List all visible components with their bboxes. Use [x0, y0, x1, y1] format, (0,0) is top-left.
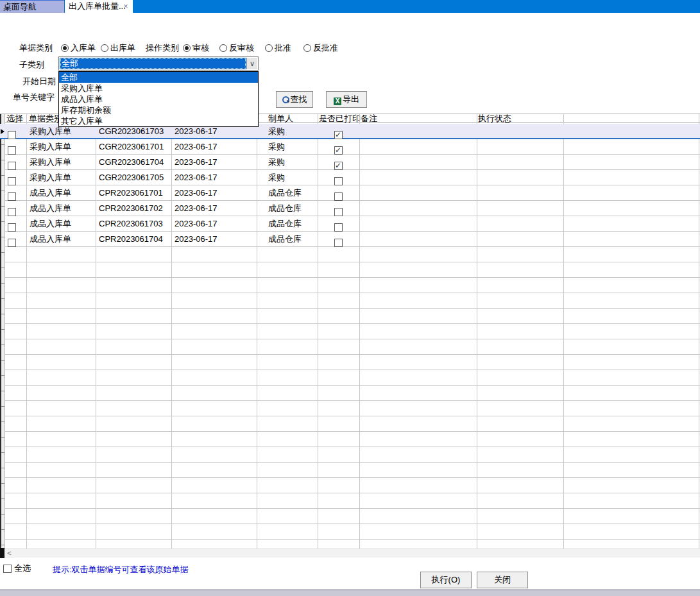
cell-doc-no[interactable]: CPR2023061703 [99, 216, 163, 232]
dropdown-option[interactable]: 采购入库单 [59, 83, 258, 94]
doc-category-label: 单据类别 [19, 42, 53, 54]
cell-doc-no[interactable]: CGR2023061701 [99, 139, 164, 155]
radio-audit-icon [183, 44, 191, 52]
header-status[interactable]: 执行状态 [478, 114, 511, 123]
table-row[interactable]: 采购入库单 CGR2023061701 2023-06-17 采购 [0, 139, 700, 155]
header-creator[interactable]: 制单人 [268, 114, 293, 123]
printed-checkbox [334, 177, 343, 185]
cell-doc-date: 2023-06-17 [175, 185, 218, 201]
header-doc-type[interactable]: 单据类别 [29, 114, 62, 123]
table-row[interactable]: 成品入库单 CPR2023061703 2023-06-17 成品仓库 [0, 216, 700, 232]
cell-creator: 采购 [268, 124, 285, 139]
cell-doc-date: 2023-06-17 [175, 170, 218, 185]
select-all-checkbox[interactable] [3, 565, 12, 573]
table-row[interactable]: 采购入库单 CGR2023061704 2023-06-17 采购 [0, 155, 700, 170]
row-select-checkbox[interactable] [8, 192, 16, 201]
radio-inbound[interactable]: 入库单 [61, 42, 96, 54]
cell-doc-date: 2023-06-17 [175, 139, 218, 155]
printed-checkbox [334, 208, 343, 216]
subcategory-combobox[interactable]: 全部 ∨ [58, 56, 259, 71]
row-select-checkbox[interactable] [8, 131, 16, 139]
row-select-checkbox[interactable] [8, 162, 16, 170]
dropdown-option[interactable]: 成品入库单 [59, 94, 258, 105]
cell-doc-type: 成品入库单 [30, 232, 71, 247]
table-row[interactable]: 成品入库单 CPR2023061702 2023-06-17 成品仓库 [0, 201, 700, 216]
table-row[interactable]: 成品入库单 CPR2023061701 2023-06-17 成品仓库 [0, 185, 700, 201]
current-row-arrow-icon [1, 129, 4, 134]
cell-creator: 采购 [268, 170, 285, 185]
dropdown-option[interactable]: 库存期初余额 [59, 105, 258, 115]
dropdown-option[interactable]: 其它入库单 [59, 115, 258, 126]
radio-outbound[interactable]: 出库单 [101, 42, 135, 54]
select-all-label: 全选 [14, 563, 31, 573]
tab-batch-audit-label: 出入库单批量... [69, 1, 126, 11]
cell-doc-type: 成品入库单 [30, 201, 71, 216]
radio-unaudit[interactable]: 反审核 [219, 42, 254, 54]
cell-creator: 采购 [268, 139, 285, 155]
subcategory-label: 子类别 [19, 59, 44, 71]
scroll-left-icon[interactable]: < [4, 549, 14, 558]
document-grid: 选择 单据类别 制单人 是否已打印 备注 执行状态 采购入库单 CGR20230… [0, 114, 700, 558]
tab-desktop-nav-label: 桌面导航 [3, 2, 37, 12]
tab-batch-audit[interactable]: 出入库单批量... × [65, 0, 133, 13]
row-select-checkbox[interactable] [8, 146, 16, 155]
close-button[interactable]: 关闭 [477, 572, 528, 588]
row-select-checkbox[interactable] [8, 208, 16, 216]
table-row[interactable]: 采购入库单 CGR2023061705 2023-06-17 采购 [0, 170, 700, 185]
cell-creator: 采购 [268, 155, 285, 170]
cell-doc-date: 2023-06-17 [175, 155, 218, 170]
tab-close-icon[interactable]: × [121, 0, 130, 13]
cell-doc-no[interactable]: CGR2023061705 [99, 170, 164, 185]
batch-audit-window: { "tabs": { "desktop_nav": "桌面导航", "acti… [0, 0, 700, 596]
table-row[interactable]: 成品入库单 CPR2023061704 2023-06-17 成品仓库 [0, 232, 700, 247]
start-date-label: 开始日期 [22, 76, 56, 87]
scrollbar-corner-block [0, 548, 4, 558]
cell-doc-no[interactable]: CPR2023061704 [99, 232, 163, 247]
cell-doc-no[interactable]: CGR2023061704 [99, 155, 164, 170]
chevron-down-icon[interactable]: ∨ [246, 58, 257, 69]
horizontal-scrollbar[interactable]: < [0, 549, 700, 558]
header-note[interactable]: 备注 [361, 114, 377, 123]
cell-doc-date: 2023-06-17 [175, 232, 218, 247]
op-category-label: 操作类别 [146, 42, 179, 54]
tab-desktop-nav[interactable]: 桌面导航 [0, 0, 64, 13]
grid-body: 采购入库单 CGR2023061703 2023-06-17 采购 采购入库单 … [0, 124, 700, 549]
radio-unapprove-icon [303, 44, 311, 52]
select-all-control[interactable]: 全选 [3, 563, 31, 574]
radio-inbound-icon [61, 44, 69, 52]
printed-checkbox [334, 192, 343, 201]
cell-doc-type: 采购入库单 [30, 155, 71, 170]
cell-doc-type: 成品入库单 [30, 185, 71, 201]
printed-checkbox [334, 146, 343, 155]
printed-checkbox [334, 239, 343, 247]
cell-doc-date: 2023-06-17 [175, 201, 218, 216]
execute-button[interactable]: 执行(O) [420, 572, 472, 588]
radio-approve-icon [265, 44, 273, 52]
cell-doc-no[interactable]: CPR2023061702 [99, 201, 163, 216]
search-button[interactable]: 查找 [276, 91, 313, 108]
cell-doc-date: 2023-06-17 [175, 216, 218, 232]
cell-doc-type: 成品入库单 [30, 216, 71, 232]
row-select-checkbox[interactable] [8, 177, 16, 185]
excel-icon: X [334, 98, 341, 105]
cell-doc-no[interactable]: CPR2023061701 [99, 185, 163, 201]
export-button[interactable]: X导出 [326, 91, 367, 108]
row-select-checkbox[interactable] [8, 239, 16, 247]
cell-creator: 成品仓库 [268, 185, 302, 201]
row-select-checkbox[interactable] [8, 223, 16, 232]
radio-audit[interactable]: 审核 [183, 42, 209, 54]
subcategory-value: 全部 [60, 58, 246, 69]
cell-creator: 成品仓库 [268, 201, 302, 216]
header-printed[interactable]: 是否已打印 [319, 114, 361, 123]
cell-doc-type: 采购入库单 [30, 170, 71, 185]
cell-creator: 成品仓库 [268, 216, 302, 232]
dropdown-option[interactable]: 全部 [59, 72, 258, 83]
radio-unapprove[interactable]: 反批准 [303, 42, 338, 54]
printed-checkbox [334, 131, 343, 139]
radio-outbound-icon [101, 44, 108, 52]
radio-approve[interactable]: 批准 [265, 42, 291, 54]
radio-unaudit-icon [219, 44, 227, 52]
search-icon [282, 96, 289, 103]
header-select[interactable]: 选择 [6, 114, 23, 123]
printed-checkbox [334, 162, 343, 170]
